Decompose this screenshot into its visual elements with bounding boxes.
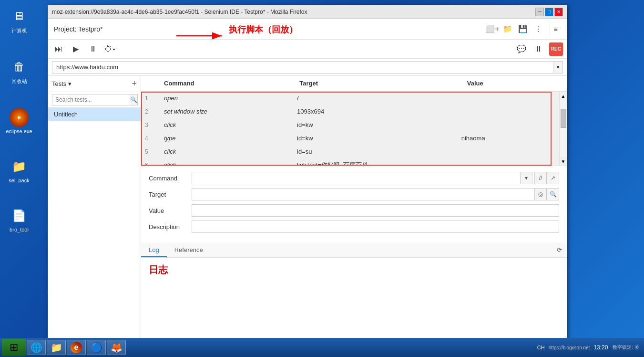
desktop-icon-brotool[interactable]: 📄 bro_tool [2, 204, 36, 234]
row-value-6 [458, 163, 559, 166]
speed-button[interactable]: ⏱▾ [103, 42, 117, 56]
row-target-4: id=kw [293, 133, 458, 144]
recycle-icon: 🗑 [10, 57, 29, 76]
scroll-down-button[interactable]: ▼ [560, 157, 567, 166]
firefox-icon: 🦊 [111, 342, 123, 353]
browser-window: moz-extension://9e9a839a-ac4c-4de6-ab35-… [48, 5, 567, 344]
table-body: 1 open / 2 set window size 1093x694 3 cl… [141, 92, 559, 166]
row-num-4: 4 [141, 133, 160, 144]
project-label: Project: Testpro* [54, 25, 487, 33]
sidebar-toggle-button[interactable]: ≡ [550, 23, 561, 35]
pause-button[interactable]: ⏸ [86, 42, 100, 56]
save-button[interactable]: 💾 [517, 23, 529, 35]
maximize-button[interactable]: □ [545, 8, 553, 16]
taskbar-firefox[interactable]: 🦊 [107, 340, 126, 355]
table-row[interactable]: 6 click linkText=你好吗_百度百科 [141, 158, 559, 166]
log-clear-icon[interactable]: ⟳ [552, 242, 567, 257]
command-input[interactable] [192, 172, 520, 184]
command-link-btn[interactable]: ↗ [547, 172, 559, 184]
run-all-button[interactable]: ⏭ [52, 42, 65, 56]
desktop-icon-selpak[interactable]: 📁 sel_pack [2, 155, 36, 185]
url-input[interactable] [52, 61, 553, 74]
minimize-button[interactable]: ─ [535, 8, 544, 16]
scroll-thumb[interactable] [561, 109, 566, 128]
taskbar-eclipse-task[interactable]: e [67, 340, 86, 355]
target-input-group: ◎ 🔍 [192, 188, 559, 200]
taskbar-explorer[interactable]: 📁 [47, 340, 66, 355]
url-dropdown-button[interactable]: ▾ [553, 61, 563, 74]
taskbar-sys-text: 数字锁定: 关 [613, 345, 639, 350]
log-tab[interactable]: Log [141, 243, 167, 257]
title-bar: moz-extension://9e9a839a-ac4c-4de6-ab35-… [48, 5, 567, 19]
log-text: 日志 [149, 264, 168, 275]
taskbar-ie[interactable]: 🌐 [27, 340, 46, 355]
test-item-label: Untitled* [54, 111, 77, 118]
taskbar-clock: 13:20 [593, 344, 612, 351]
value-input[interactable] [192, 204, 559, 217]
run-button[interactable]: ▶ [69, 42, 82, 56]
row-target-2: 1093x694 [293, 106, 458, 117]
row-num-1: 1 [141, 93, 160, 104]
close-button[interactable]: ✕ [554, 8, 563, 16]
start-button[interactable]: ⊞ [2, 339, 26, 356]
desktop-icon-eclipse[interactable]: e eclipse.exe [2, 106, 36, 136]
row-cmd-5: click [160, 146, 293, 157]
selpak-label: sel_pack [9, 178, 29, 183]
desktop-icon-recycle[interactable]: 🗑 回收站 [2, 55, 36, 87]
row-num-5: 5 [141, 147, 160, 157]
url-bar: ▾ [48, 59, 567, 76]
new-suite-button[interactable]: ⬜+ [487, 23, 498, 35]
log-area: 日志 [141, 258, 567, 343]
taskbar-time: 13:20 [593, 344, 608, 351]
ie-icon: 🌐 [31, 342, 42, 353]
table-row[interactable]: 3 click id=kw [141, 118, 559, 132]
computer-icon: 🖥 [10, 7, 29, 26]
table-row[interactable]: 5 click id=su [141, 145, 559, 158]
toolbar: ⏭ ▶ ⏸ ⏱▾ 💬 ⏸ REC [48, 40, 567, 59]
tests-dropdown[interactable]: Tests ▾ [52, 80, 72, 87]
description-input[interactable] [192, 220, 559, 233]
row-cmd-3: click [160, 119, 293, 130]
open-button[interactable]: 📁 [502, 23, 513, 35]
command-label: Command [149, 175, 192, 182]
computer-label: 计算机 [11, 27, 27, 34]
desktop-icon-computer[interactable]: 🖥 计算机 [2, 5, 36, 36]
add-test-button[interactable]: + [132, 79, 137, 89]
row-cmd-1: open [160, 93, 293, 104]
chrome-icon: 🔵 [91, 342, 102, 353]
command-dropdown-btn[interactable]: ▾ [520, 172, 532, 184]
th-command: Command [160, 78, 296, 89]
search-icon[interactable]: 🔍 [130, 94, 138, 105]
test-item-untitled[interactable]: Untitled* [48, 108, 141, 121]
commands-area: Command Target Value 1 open / [141, 76, 567, 343]
ide-header: Project: Testpro* ⬜+ 📁 💾 ⋮ ≡ [48, 19, 567, 40]
table-row[interactable]: 1 open / [141, 92, 559, 105]
tests-dropdown-arrow: ▾ [68, 80, 72, 87]
brotool-label: bro_tool [10, 227, 29, 232]
record-button[interactable]: REC [549, 42, 563, 56]
row-num-3: 3 [141, 120, 160, 130]
menu-button[interactable]: ⋮ [532, 23, 544, 35]
target-select-btn[interactable]: ◎ [534, 188, 547, 200]
row-target-6: linkText=你好吗_百度百科 [293, 159, 458, 166]
sidebar-header: Tests ▾ + [48, 76, 141, 92]
search-input[interactable] [52, 94, 130, 105]
taskbar-chrome[interactable]: 🔵 [87, 340, 106, 355]
table-row[interactable]: 4 type id=kw nihaoma [141, 132, 559, 145]
row-target-3: id=kw [293, 119, 458, 130]
scroll-up-button[interactable]: ▲ [560, 92, 567, 100]
pause-exceptions-button[interactable]: ⏸ [532, 42, 545, 56]
target-input[interactable] [192, 188, 534, 200]
row-value-4: nihaoma [458, 133, 559, 144]
command-comment-btn[interactable]: // [534, 172, 547, 184]
reference-tab[interactable]: Reference [167, 243, 211, 257]
target-label: Target [149, 191, 192, 198]
eclipse-label: eclipse.exe [6, 128, 32, 134]
target-search-btn[interactable]: 🔍 [547, 188, 559, 200]
taskbar-capslock: 数字锁定: 关 [613, 344, 642, 351]
th-num [141, 78, 160, 89]
row-cmd-2: set window size [160, 106, 293, 117]
table-row[interactable]: 2 set window size 1093x694 [141, 105, 559, 118]
disable-breakpoints-button[interactable]: 💬 [515, 42, 528, 56]
row-cmd-6: click [160, 159, 293, 166]
